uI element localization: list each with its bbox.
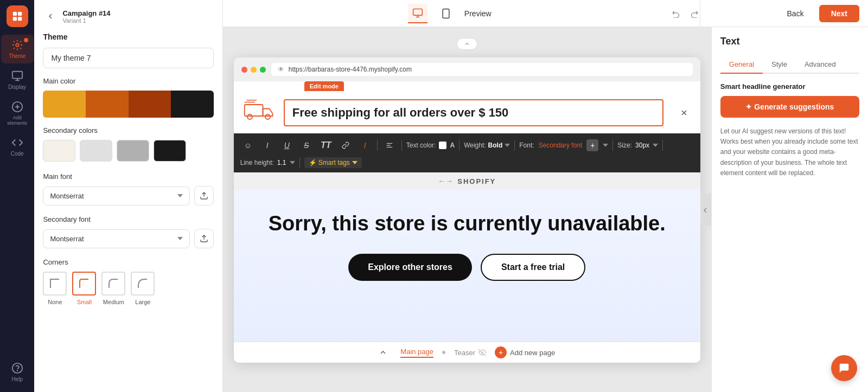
add-page-circle: + bbox=[495, 346, 507, 358]
sep-7 bbox=[299, 157, 300, 168]
emoji-btn[interactable]: ☺ bbox=[240, 138, 256, 153]
large-text-btn[interactable]: TT bbox=[318, 138, 334, 153]
chat-btn[interactable] bbox=[831, 355, 857, 381]
weight-row: Weight: Bold bbox=[464, 142, 510, 149]
sidebar-item-code[interactable]: Code bbox=[1, 132, 34, 161]
undo-btn[interactable] bbox=[668, 5, 684, 22]
weight-value: Bold bbox=[488, 142, 503, 149]
tab-general[interactable]: General bbox=[720, 56, 763, 74]
lh-chevron[interactable] bbox=[290, 161, 295, 164]
font-plus-btn[interactable]: + bbox=[586, 139, 598, 151]
svg-rect-1 bbox=[18, 12, 22, 16]
tab-teaser[interactable]: Teaser bbox=[454, 349, 486, 357]
sec-swatch-4[interactable] bbox=[154, 140, 186, 162]
sep-4 bbox=[514, 140, 515, 151]
align-btn[interactable] bbox=[382, 138, 397, 153]
tab-advanced-label: Advanced bbox=[805, 60, 836, 68]
main-area: Preview bbox=[223, 0, 711, 392]
expand-btn[interactable] bbox=[457, 38, 477, 50]
font-row: Font: Secondary font + bbox=[519, 139, 608, 151]
text-color-label: Text color: bbox=[406, 142, 436, 149]
main-font-select[interactable]: Montserrat bbox=[43, 187, 189, 205]
mobile-device-btn[interactable] bbox=[436, 4, 456, 23]
sep-5 bbox=[612, 140, 613, 151]
teaser-label: Teaser bbox=[454, 349, 475, 357]
size-row: Size: 30px bbox=[617, 142, 658, 149]
browser-dots bbox=[241, 67, 266, 73]
browser-mockup: 👁 https://barbaras-store-4476.myshopify.… bbox=[234, 57, 700, 363]
tab-advanced[interactable]: Advanced bbox=[796, 56, 845, 74]
expand-wrap bbox=[457, 38, 477, 53]
text-color-swatch[interactable] bbox=[439, 142, 446, 149]
dot-yellow bbox=[251, 67, 257, 73]
desktop-device-btn[interactable] bbox=[408, 4, 427, 23]
sidebar-item-display-label: Display bbox=[8, 84, 26, 90]
strikethrough-btn[interactable]: S bbox=[299, 138, 314, 153]
sep-1 bbox=[377, 140, 378, 151]
secondary-font-upload-btn[interactable] bbox=[194, 229, 214, 248]
back-btn[interactable]: Back bbox=[778, 5, 813, 22]
text-toolbar: ☺ I U S TT I Text color: A bbox=[234, 133, 700, 172]
next-btn[interactable]: Next bbox=[819, 5, 859, 22]
secondary-colors-label: Secondary colors bbox=[43, 126, 213, 134]
corner-medium[interactable]: Medium bbox=[101, 272, 125, 305]
smart-tags-btn[interactable]: ⚡ Smart tags bbox=[304, 157, 362, 168]
sidebar-item-display[interactable]: Display bbox=[1, 66, 34, 94]
explore-stores-btn[interactable]: Explore other stores bbox=[348, 254, 472, 281]
svg-rect-2 bbox=[12, 17, 16, 21]
sidebar-item-help[interactable]: Help bbox=[1, 358, 34, 387]
lh-label: Line height: bbox=[240, 159, 274, 166]
store-content: Sorry, this store is currently unavailab… bbox=[234, 190, 700, 342]
shopify-bar: ←→ SHOPIFY bbox=[234, 172, 700, 190]
tab-style[interactable]: Style bbox=[763, 56, 796, 74]
sec-swatch-1[interactable] bbox=[43, 140, 75, 162]
sidebar-item-add-elements[interactable]: Add elements bbox=[1, 97, 34, 130]
svg-point-15 bbox=[265, 114, 270, 119]
swatch-2[interactable] bbox=[86, 91, 129, 118]
add-new-page-btn[interactable]: + Add new page bbox=[495, 346, 555, 358]
swatch-3[interactable] bbox=[129, 91, 171, 118]
main-font-row: Main font Montserrat bbox=[43, 172, 213, 205]
app-logo[interactable] bbox=[7, 5, 28, 27]
size-chevron[interactable] bbox=[653, 144, 658, 147]
smart-tags-chevron bbox=[352, 161, 358, 164]
swatch-1[interactable] bbox=[43, 91, 86, 118]
font-chevron[interactable] bbox=[603, 144, 608, 147]
tab-main-page[interactable]: Main page bbox=[400, 348, 433, 358]
toolbar-center: Preview bbox=[408, 4, 492, 23]
panel-back-btn[interactable] bbox=[43, 9, 58, 24]
sec-swatch-2[interactable] bbox=[80, 140, 112, 162]
sidebar-item-help-label: Help bbox=[11, 376, 23, 382]
expand-arrow[interactable] bbox=[379, 348, 387, 357]
svg-point-8 bbox=[17, 370, 17, 371]
close-banner-btn[interactable] bbox=[676, 105, 692, 120]
generate-btn-label: ✦ Generate suggestions bbox=[745, 102, 834, 111]
swatch-4[interactable] bbox=[171, 91, 214, 118]
shopify-arrow: ←→ bbox=[438, 177, 453, 185]
preview-label: Preview bbox=[464, 9, 492, 18]
main-font-upload-btn[interactable] bbox=[194, 186, 214, 205]
corner-large[interactable]: Large bbox=[131, 272, 155, 305]
collapse-btn[interactable] bbox=[700, 194, 711, 226]
weight-chevron[interactable] bbox=[505, 144, 510, 147]
link-btn[interactable] bbox=[338, 138, 353, 153]
page-tabs: Main page Teaser + Add new page bbox=[234, 342, 700, 363]
store-buttons: Explore other stores Start a free trial bbox=[245, 254, 690, 281]
banner-text[interactable]: Free shipping for all orders over $ 150 bbox=[284, 99, 663, 126]
sidebar-item-theme[interactable]: Theme bbox=[1, 35, 34, 63]
sec-swatch-3[interactable] bbox=[117, 140, 149, 162]
start-trial-btn[interactable]: Start a free trial bbox=[481, 254, 585, 281]
italic2-btn[interactable]: I bbox=[358, 138, 373, 153]
theme-name-input[interactable] bbox=[43, 48, 213, 68]
italic-btn[interactable]: I bbox=[260, 138, 275, 153]
underline-btn[interactable]: U bbox=[279, 138, 295, 153]
generate-btn[interactable]: ✦ Generate suggestions bbox=[720, 96, 859, 118]
sidebar-item-code-label: Code bbox=[11, 151, 24, 157]
lh-value: 1.1 bbox=[277, 159, 286, 166]
secondary-font-select[interactable]: Montserrat bbox=[43, 229, 189, 248]
main-font-label: Main font bbox=[43, 172, 213, 181]
main-color-swatches bbox=[43, 91, 213, 118]
corner-none[interactable]: None bbox=[43, 272, 67, 305]
corner-medium-label: Medium bbox=[103, 299, 124, 305]
corner-small[interactable]: Small bbox=[72, 272, 96, 305]
